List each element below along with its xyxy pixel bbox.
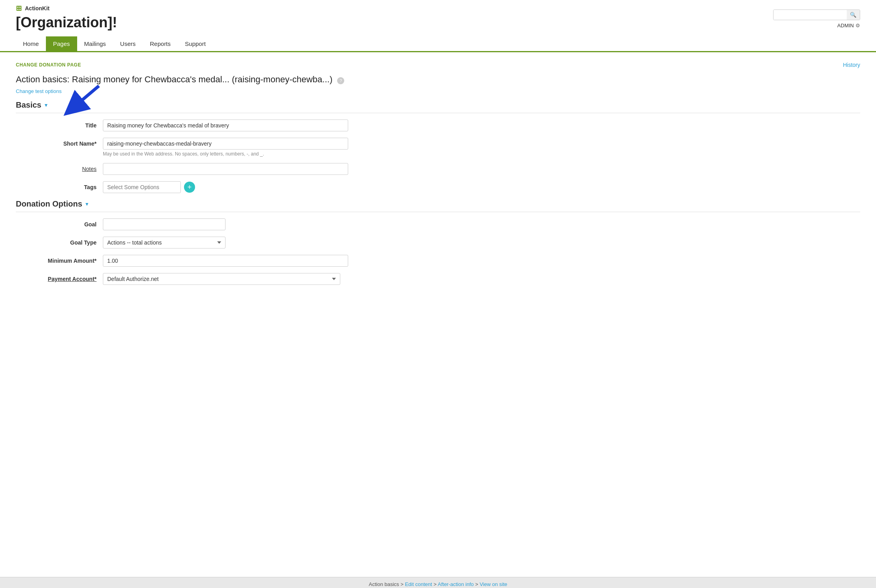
short-name-hint: May be used in the Web address. No space… <box>103 151 348 157</box>
search-box: 🔍 <box>773 9 860 20</box>
header: ⊞ ActionKit [Organization]! 🔍 ADMIN ⚙ Ho… <box>0 0 876 52</box>
logo-area: ⊞ ActionKit <box>16 4 117 13</box>
notes-input[interactable] <box>103 163 348 175</box>
form-row-goal: Goal <box>16 218 860 230</box>
tags-field: + <box>103 181 195 193</box>
nav-item-support[interactable]: Support <box>178 36 213 52</box>
page-title-prefix: Action basics: <box>16 74 70 84</box>
arrow-indicator <box>67 84 103 116</box>
donation-options-section-header: Donation Options ▼ <box>16 199 860 212</box>
footer-bar: Action basics > Edit content > After-act… <box>0 577 876 588</box>
goal-type-select[interactable]: Actions -- total actions Dollars -- tota… <box>103 237 226 248</box>
history-link[interactable]: History <box>843 62 860 68</box>
main-content: CHANGE DONATION PAGE History Action basi… <box>0 52 876 577</box>
admin-area: ADMIN ⚙ <box>837 23 860 28</box>
tags-label: Tags <box>16 181 103 190</box>
nav-item-pages[interactable]: Pages <box>46 36 77 52</box>
donation-options-toggle[interactable]: ▼ <box>85 201 89 207</box>
search-button[interactable]: 🔍 <box>847 10 860 20</box>
form-row-title: Title <box>16 119 860 131</box>
form-row-minimum-amount: Minimum Amount* <box>16 255 860 267</box>
payment-account-field: Default Authorize.net <box>103 273 348 285</box>
short-name-label: Short Name* <box>16 138 103 147</box>
breadcrumb-edit-content[interactable]: Edit content <box>405 581 432 587</box>
nav-item-reports[interactable]: Reports <box>143 36 178 52</box>
notes-label: Notes <box>16 163 103 172</box>
nav-item-mailings[interactable]: Mailings <box>77 36 113 52</box>
page-title: Action basics: Raising money for Chewbac… <box>16 74 860 85</box>
breadcrumb-after-action[interactable]: After-action info <box>438 581 474 587</box>
minimum-amount-label: Minimum Amount* <box>16 255 103 264</box>
tags-input[interactable] <box>103 181 181 193</box>
basics-toggle[interactable]: ▼ <box>44 102 49 108</box>
breadcrumb-sep2: > <box>434 581 438 587</box>
goal-input[interactable] <box>103 218 226 230</box>
basics-label: Basics <box>16 101 42 110</box>
change-test-link[interactable]: Change test options <box>16 88 62 94</box>
footer-breadcrumb: Action basics > Edit content > After-act… <box>16 581 860 587</box>
short-name-field: May be used in the Web address. No space… <box>103 138 348 157</box>
basics-section-header: Basics ▼ <box>16 101 860 113</box>
goal-type-field: Actions -- total actions Dollars -- tota… <box>103 237 348 248</box>
minimum-amount-input[interactable] <box>103 255 348 267</box>
change-label: CHANGE DONATION PAGE <box>16 62 81 68</box>
form-row-payment-account: Payment Account* Default Authorize.net <box>16 273 860 285</box>
breadcrumb-view-on-site[interactable]: View on site <box>480 581 507 587</box>
breadcrumb-section: CHANGE DONATION PAGE History <box>16 62 860 68</box>
help-icon[interactable]: ? <box>337 77 344 84</box>
page-title-value: Raising money for Chewbacca's medal... (… <box>72 74 332 84</box>
svg-line-1 <box>73 86 99 108</box>
goal-field <box>103 218 348 230</box>
title-field <box>103 119 348 131</box>
add-tag-button[interactable]: + <box>184 182 195 193</box>
minimum-amount-field <box>103 255 348 267</box>
admin-label: ADMIN <box>837 23 854 28</box>
form-row-tags: Tags + <box>16 181 860 193</box>
payment-account-select[interactable]: Default Authorize.net <box>103 273 340 285</box>
logo-icon: ⊞ <box>16 4 22 13</box>
donation-options-label: Donation Options <box>16 199 82 209</box>
short-name-input[interactable] <box>103 138 348 150</box>
notes-field <box>103 163 348 175</box>
breadcrumb-sep1: > <box>400 581 405 587</box>
nav-item-users[interactable]: Users <box>113 36 143 52</box>
title-input[interactable] <box>103 119 348 131</box>
form-row-short-name: Short Name* May be used in the Web addre… <box>16 138 860 157</box>
breadcrumb-static1: Action basics <box>369 581 399 587</box>
payment-account-label: Payment Account* <box>16 273 103 282</box>
search-input[interactable] <box>774 10 847 20</box>
header-right: 🔍 ADMIN ⚙ <box>773 9 860 28</box>
title-label: Title <box>16 119 103 129</box>
goal-type-label: Goal Type <box>16 237 103 246</box>
change-test-container: Change test options <box>16 88 860 97</box>
goal-label: Goal <box>16 218 103 228</box>
breadcrumb-sep3: > <box>475 581 480 587</box>
form-row-goal-type: Goal Type Actions -- total actions Dolla… <box>16 237 860 248</box>
main-nav: Home Pages Mailings Users Reports Suppor… <box>16 36 860 51</box>
logo-text: ActionKit <box>25 5 49 11</box>
org-title: [Organization]! <box>16 13 117 34</box>
gear-icon[interactable]: ⚙ <box>855 23 860 28</box>
nav-item-home[interactable]: Home <box>16 36 46 52</box>
form-row-notes: Notes <box>16 163 860 175</box>
